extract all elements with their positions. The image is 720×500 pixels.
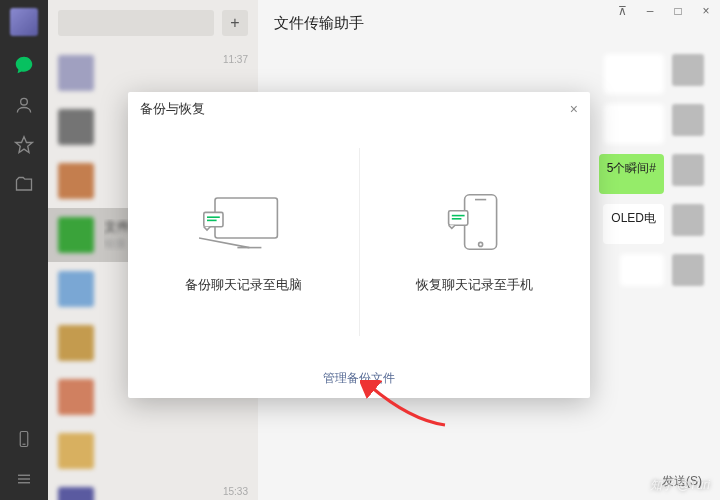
- chat-avatar: [58, 379, 94, 415]
- pin-icon[interactable]: ⊼: [614, 4, 630, 18]
- chat-avatar: [58, 55, 94, 91]
- svg-line-7: [199, 238, 249, 248]
- message-bubble[interactable]: OLED电: [603, 204, 664, 244]
- svg-rect-12: [464, 195, 496, 249]
- nav-sidebar: [0, 0, 48, 500]
- restore-to-phone-option[interactable]: 恢复聊天记录至手机: [360, 126, 591, 358]
- phone-icon[interactable]: [13, 428, 35, 450]
- chat-avatar: [58, 163, 94, 199]
- chat-time: 11:37: [223, 54, 248, 65]
- dialog-footer: 管理备份文件: [128, 358, 590, 398]
- phone-restore-icon: [439, 190, 511, 258]
- chat-avatar: [58, 325, 94, 361]
- manage-backup-link[interactable]: 管理备份文件: [323, 370, 395, 387]
- message-thumb[interactable]: [604, 54, 664, 94]
- favorites-icon[interactable]: [13, 134, 35, 156]
- chat-icon[interactable]: [13, 54, 35, 76]
- svg-point-0: [21, 98, 28, 105]
- minimize-icon[interactable]: –: [642, 4, 658, 18]
- chat-avatar: [58, 217, 94, 253]
- chat-avatar: [58, 433, 94, 469]
- user-avatar[interactable]: [10, 8, 38, 36]
- message-avatar: [672, 204, 704, 236]
- chat-avatar: [58, 109, 94, 145]
- dialog-close-icon[interactable]: ×: [570, 101, 578, 117]
- maximize-icon[interactable]: □: [670, 4, 686, 18]
- message: [274, 54, 704, 94]
- chat-list-top: +: [48, 0, 258, 46]
- backup-to-pc-label: 备份聊天记录至电脑: [185, 276, 302, 294]
- chat-avatar: [58, 271, 94, 307]
- svg-point-14: [478, 242, 482, 246]
- message-avatar: [672, 254, 704, 286]
- backup-dialog: 备份与恢复 × 备份聊天记录至电脑: [128, 92, 590, 398]
- message-avatar: [672, 104, 704, 136]
- monitor-icon: [199, 190, 287, 258]
- watermark: 知乎 @Yuri: [650, 477, 710, 494]
- message-thumb[interactable]: [604, 104, 664, 144]
- chat-avatar: [58, 487, 94, 500]
- chat-time: 15:33: [223, 486, 248, 497]
- message-thumb[interactable]: [620, 254, 664, 286]
- chat-row[interactable]: 15:33: [48, 478, 258, 500]
- add-button[interactable]: +: [222, 10, 248, 36]
- svg-rect-6: [215, 198, 277, 238]
- message-avatar: [672, 154, 704, 186]
- dialog-body: 备份聊天记录至电脑 恢复聊天记录至手机: [128, 126, 590, 358]
- chat-row[interactable]: [48, 424, 258, 478]
- message-bubble[interactable]: 5个瞬间#: [599, 154, 664, 194]
- restore-to-phone-label: 恢复聊天记录至手机: [416, 276, 533, 294]
- close-icon[interactable]: ×: [698, 4, 714, 18]
- message-avatar: [672, 54, 704, 86]
- dialog-title: 备份与恢复: [140, 101, 205, 118]
- menu-icon[interactable]: [13, 468, 35, 490]
- files-icon[interactable]: [13, 174, 35, 196]
- dialog-header: 备份与恢复 ×: [128, 92, 590, 126]
- contacts-icon[interactable]: [13, 94, 35, 116]
- window-controls: ⊼ – □ ×: [614, 4, 714, 18]
- backup-to-pc-option[interactable]: 备份聊天记录至电脑: [128, 126, 359, 358]
- search-input[interactable]: [58, 10, 214, 36]
